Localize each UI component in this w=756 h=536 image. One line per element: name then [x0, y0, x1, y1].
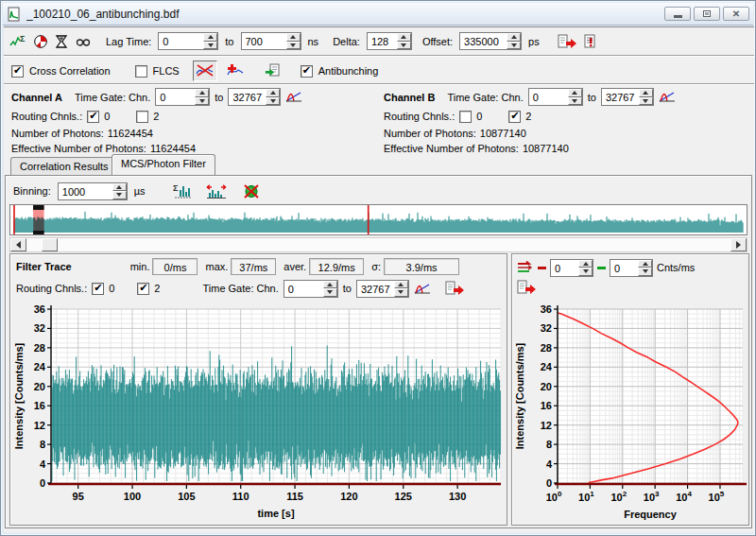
svg-text:16: 16	[34, 400, 45, 411]
lag-time-to-value[interactable]: 700	[242, 33, 286, 49]
delta-input[interactable]: 128	[367, 32, 412, 50]
channel-b-time-gate-from-input[interactable]: 0	[528, 88, 583, 106]
filter-time-gate-to-value[interactable]: 32767	[357, 281, 394, 297]
export-data-icon[interactable]	[558, 34, 576, 49]
filter-time-gate-from-spinner[interactable]	[323, 281, 337, 297]
discard-filter-icon[interactable]	[243, 183, 260, 199]
tab-mcs-photon-filter[interactable]: MCS/Photon Filter	[112, 154, 215, 175]
channel-a-routing-0-checkbox[interactable]	[87, 111, 99, 123]
channel-b-routing-0-label: 0	[476, 111, 482, 122]
offset-spinner[interactable]	[507, 33, 521, 49]
channel-b-time-gate-graph-icon[interactable]	[659, 90, 676, 104]
title-bar[interactable]: _100210_06_antibunching.bdf ✕	[3, 3, 753, 26]
lower-level-value[interactable]: 0	[551, 260, 578, 276]
fcs-add-icon	[226, 63, 245, 78]
binning-input[interactable]: 1000	[58, 182, 128, 200]
channel-b-time-gate-to-input[interactable]: 32767	[601, 88, 654, 106]
channel-a-routing-2-label: 2	[153, 111, 159, 122]
channel-a-time-gate-to-input[interactable]: 32767	[228, 88, 281, 106]
scrollbar-thumb[interactable]	[42, 238, 58, 251]
minimize-button[interactable]	[664, 7, 691, 21]
channel-a-time-gate-from-value[interactable]: 0	[156, 89, 195, 105]
channel-a-time-gate-to-spinner[interactable]	[266, 89, 280, 105]
upper-level-dash-icon	[597, 267, 606, 269]
upper-level-value[interactable]: 0	[610, 260, 638, 276]
filter-export-icon[interactable]	[445, 281, 464, 296]
close-button[interactable]: ✕	[723, 7, 749, 21]
scroll-right-button[interactable]	[730, 238, 747, 251]
filter-time-gate-to-spinner[interactable]	[394, 281, 408, 297]
binning-spinner[interactable]	[112, 183, 127, 199]
pie-clock-icon[interactable]	[33, 34, 48, 49]
level-lines-icon[interactable]	[517, 261, 534, 274]
offset-label: Offset:	[422, 36, 453, 47]
svg-text:0: 0	[40, 477, 45, 489]
fcs-add-button[interactable]	[223, 61, 248, 81]
svg-text:28: 28	[34, 342, 45, 354]
delta-value[interactable]: 128	[368, 33, 397, 49]
sigma-field: 3.9/ms	[384, 258, 459, 275]
lower-level-input[interactable]: 0	[550, 259, 593, 277]
channel-a-photons-value: 11624454	[108, 128, 153, 139]
cross-correlation-checkbox[interactable]	[11, 65, 24, 78]
lower-level-spinner[interactable]	[578, 260, 593, 276]
channel-b-effective-value: 10877140	[523, 143, 569, 154]
lag-time-to-input[interactable]: 700	[241, 32, 301, 50]
svg-text:100: 100	[546, 490, 562, 503]
channel-a-routing-2-checkbox[interactable]	[136, 111, 148, 123]
delta-spinner[interactable]	[397, 33, 411, 49]
frequency-panel: 0 0 Cnts/ms 0481216202428323610010110210…	[511, 253, 749, 526]
channel-a-time-gate-from-input[interactable]: 0	[155, 88, 210, 106]
channel-b-time-gate-to-value[interactable]: 32767	[602, 89, 639, 105]
preview-glasses-icon[interactable]	[75, 35, 92, 48]
flcs-checkbox[interactable]	[135, 65, 147, 78]
filter-time-gate-to-input[interactable]: 32767	[356, 280, 409, 298]
filter-time-gate-from-input[interactable]: 0	[284, 280, 338, 298]
overview-strip[interactable]	[9, 204, 747, 235]
svg-text:104: 104	[676, 490, 692, 503]
offset-input[interactable]: 335000	[459, 32, 522, 50]
hourglass-icon[interactable]	[55, 34, 68, 49]
filter-time-gate-from-value[interactable]: 0	[284, 281, 323, 297]
lag-time-from-input[interactable]: 0	[158, 32, 218, 50]
offset-value[interactable]: 335000	[460, 33, 507, 49]
fcs-curve-button[interactable]	[193, 61, 217, 81]
channel-b-routing-2-label: 2	[525, 111, 531, 122]
overview-trace[interactable]	[10, 205, 747, 234]
channel-b-effective-label: Effective Number of Photons:	[384, 143, 519, 154]
channel-b-routing-2-checkbox[interactable]	[508, 111, 521, 123]
antibunching-checkbox[interactable]	[301, 65, 313, 78]
filter-trace-header: Filter Trace min. 0/ms max. 37/ms aver. …	[16, 257, 503, 276]
tab-correlation-results[interactable]: Correlation Results	[10, 157, 118, 175]
export-report-icon[interactable]	[583, 34, 598, 49]
mcs-photon-filter-panel: Binning: 1000 µs Σ	[5, 175, 752, 528]
upper-level-spinner[interactable]	[638, 260, 652, 276]
overview-scrollbar[interactable]	[9, 237, 747, 252]
range-histogram-icon[interactable]	[206, 183, 227, 199]
channel-a-time-gate-to-value[interactable]: 32767	[229, 89, 266, 105]
channel-b-routing-0-checkbox[interactable]	[459, 111, 472, 123]
maximize-button[interactable]	[694, 7, 720, 21]
channel-a-time-gate-graph-icon[interactable]	[285, 90, 302, 104]
lag-time-from-spinner[interactable]	[203, 33, 217, 49]
frequency-export-icon[interactable]	[517, 280, 536, 295]
svg-text:Intensity [Counts/ms]: Intensity [Counts/ms]	[514, 342, 525, 449]
lag-time-to-label: to	[225, 36, 233, 47]
filter-routing-0-checkbox[interactable]	[92, 283, 104, 295]
svg-text:4: 4	[40, 458, 46, 470]
channel-b-time-gate-from-spinner[interactable]	[568, 89, 582, 105]
lag-time-to-spinner[interactable]	[286, 33, 301, 49]
paste-icon[interactable]	[265, 63, 282, 78]
channel-b-time-gate-to-spinner[interactable]	[639, 89, 653, 105]
correlate-sum-icon[interactable]: Σ	[9, 34, 26, 49]
filter-routing-2-checkbox[interactable]	[137, 283, 149, 295]
upper-level-input[interactable]: 0	[610, 259, 653, 277]
lag-time-from-value[interactable]: 0	[159, 33, 203, 49]
binning-value[interactable]: 1000	[59, 183, 112, 199]
sum-histogram-icon[interactable]: Σ	[173, 183, 192, 199]
channel-a-time-gate-from-spinner[interactable]	[195, 89, 209, 105]
scroll-left-button[interactable]	[10, 238, 26, 251]
filter-time-gate-graph-icon[interactable]	[414, 282, 431, 296]
separator	[4, 83, 754, 85]
channel-b-time-gate-from-value[interactable]: 0	[529, 89, 568, 105]
